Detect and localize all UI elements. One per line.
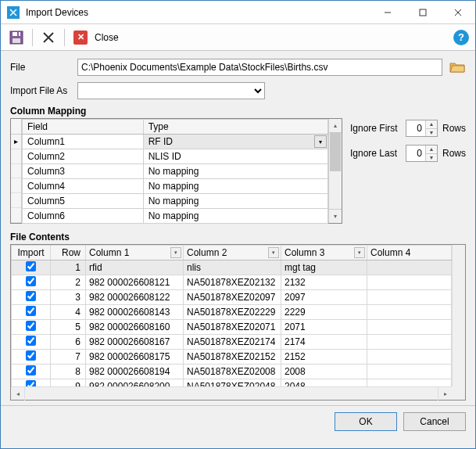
delete-button[interactable] [39, 28, 58, 47]
close-icon-button[interactable]: ✕ [71, 28, 90, 47]
file-label: File [10, 62, 71, 73]
mapping-row[interactable]: Column2 NLIS ID [23, 149, 328, 164]
row-number-cell: 1 [51, 260, 86, 275]
mapping-row[interactable]: Column4 No mapping [23, 179, 328, 194]
import-checkbox-cell[interactable] [12, 290, 51, 305]
column3-cell: 2174 [281, 335, 367, 350]
chevron-down-icon[interactable]: ▾ [354, 247, 365, 258]
mapping-row[interactable]: Column3 No mapping [23, 164, 328, 179]
column-mapping-grid[interactable]: ▸ Field Type Column1 RF ID▾ Column2 NLIS… [10, 118, 342, 224]
mapping-type-cell[interactable]: No mapping [143, 179, 327, 194]
chevron-down-icon[interactable]: ▾ [170, 247, 181, 258]
import-checkbox-cell[interactable] [12, 305, 51, 320]
column4-cell [367, 335, 452, 350]
mapping-type-cell[interactable]: NLIS ID [143, 149, 327, 164]
mapping-row[interactable]: Column1 RF ID▾ [23, 135, 328, 149]
mapping-field-cell[interactable]: Column4 [23, 179, 144, 194]
file-header-row[interactable]: Row [51, 246, 86, 260]
mapping-header-type[interactable]: Type [143, 120, 327, 135]
column2-cell: NA501878XEZ02008 [184, 365, 281, 379]
import-checkbox[interactable] [26, 336, 36, 346]
svg-rect-5 [17, 32, 19, 36]
table-row[interactable]: 3982 000026608122NA501878XEZ020972097 [12, 290, 452, 305]
ignore-first-input[interactable] [406, 120, 425, 136]
mapping-header-field[interactable]: Field [23, 120, 144, 135]
help-button[interactable]: ? [453, 30, 469, 45]
table-row[interactable]: 6982 000026608167NA501878XEZ021742174 [12, 335, 452, 350]
spin-up-icon[interactable]: ▲ [426, 120, 437, 129]
import-checkbox-cell[interactable] [12, 260, 51, 275]
import-checkbox-cell[interactable] [12, 350, 51, 365]
file-header-column1[interactable]: Column 1▾ [86, 246, 184, 260]
file-path-input[interactable] [77, 59, 442, 76]
spin-down-icon[interactable]: ▼ [426, 129, 437, 137]
import-checkbox[interactable] [26, 306, 36, 316]
table-row[interactable]: 7982 000026608175NA501878XEZ021522152 [12, 350, 452, 365]
chevron-down-icon[interactable]: ▾ [268, 247, 279, 258]
titlebar: Import Devices [1, 1, 475, 24]
browse-button[interactable] [449, 59, 466, 75]
column3-cell: 2097 [281, 290, 367, 305]
vertical-scrollbar[interactable] [452, 245, 465, 386]
row-number-cell: 6 [51, 335, 86, 350]
column1-cell: 982 000026608175 [86, 350, 184, 365]
row-indicator-column: ▸ [11, 119, 22, 223]
table-row[interactable]: 2982 000026608121NA501878XEZ021322132 [12, 275, 452, 290]
close-label[interactable]: Close [95, 32, 119, 43]
ignore-last-spinner[interactable]: ▲▼ [406, 145, 438, 162]
import-checkbox-cell[interactable] [12, 275, 51, 290]
ignore-last-input[interactable] [406, 145, 425, 161]
file-header-column3[interactable]: Column 3▾ [281, 246, 367, 260]
mapping-type-cell[interactable]: RF ID▾ [143, 135, 327, 149]
mapping-field-cell[interactable]: Column6 [23, 209, 144, 224]
minimize-button[interactable] [370, 1, 405, 24]
import-checkbox[interactable] [26, 321, 36, 331]
table-row[interactable]: 1rfidnlismgt tag [12, 260, 452, 275]
import-checkbox[interactable] [26, 350, 36, 361]
save-button[interactable] [7, 28, 26, 47]
file-header-column2[interactable]: Column 2▾ [184, 246, 281, 260]
mapping-row[interactable]: Column5 No mapping [23, 194, 328, 209]
column2-cell: NA501878XEZ02071 [184, 320, 281, 335]
svg-rect-3 [13, 32, 20, 36]
mapping-field-cell[interactable]: Column2 [23, 149, 144, 164]
chevron-down-icon[interactable]: ▾ [314, 135, 327, 148]
column2-cell: nlis [184, 260, 281, 275]
mapping-field-cell[interactable]: Column3 [23, 164, 144, 179]
table-row[interactable]: 8982 000026608194NA501878XEZ020082008 [12, 365, 452, 379]
maximize-button[interactable] [405, 1, 440, 24]
mapping-type-cell[interactable]: No mapping [143, 164, 327, 179]
mapping-type-cell[interactable]: No mapping [143, 209, 327, 224]
table-row[interactable]: 4982 000026608143NA501878XEZ022292229 [12, 305, 452, 320]
mapping-field-cell[interactable]: Column1 [23, 135, 144, 149]
mapping-scrollbar[interactable] [328, 119, 342, 223]
file-contents-title: File Contents [10, 232, 466, 242]
file-header-import[interactable]: Import [12, 246, 51, 260]
cancel-button[interactable]: Cancel [403, 412, 466, 431]
file-header-column4[interactable]: Column 4 [367, 246, 452, 260]
toolbar-separator [64, 29, 65, 46]
horizontal-scrollbar[interactable] [11, 386, 452, 400]
mapping-type-cell[interactable]: No mapping [143, 194, 327, 209]
import-checkbox-cell[interactable] [12, 365, 51, 379]
spin-down-icon[interactable]: ▼ [426, 154, 437, 162]
table-row[interactable]: 5982 000026608160NA501878XEZ020712071 [12, 320, 452, 335]
mapping-field-cell[interactable]: Column5 [23, 194, 144, 209]
close-window-button[interactable] [440, 1, 475, 24]
file-contents-grid[interactable]: Import Row Column 1▾ Column 2▾ Column 3▾… [10, 244, 466, 401]
close-x-icon: ✕ [73, 31, 88, 45]
import-checkbox[interactable] [26, 365, 36, 375]
ok-button[interactable]: OK [335, 412, 397, 431]
spin-up-icon[interactable]: ▲ [426, 145, 437, 154]
import-checkbox[interactable] [26, 261, 36, 271]
import-checkbox-cell[interactable] [12, 320, 51, 335]
column4-cell [367, 350, 452, 365]
ignore-first-spinner[interactable]: ▲▼ [406, 120, 438, 137]
import-as-select[interactable] [77, 82, 265, 99]
import-checkbox-cell[interactable] [12, 335, 51, 350]
import-checkbox[interactable] [26, 276, 36, 286]
import-checkbox[interactable] [26, 291, 36, 301]
mapping-row[interactable]: Column6 No mapping [23, 209, 328, 224]
column1-cell: 982 000026608160 [86, 320, 184, 335]
row-number-cell: 2 [51, 275, 86, 290]
